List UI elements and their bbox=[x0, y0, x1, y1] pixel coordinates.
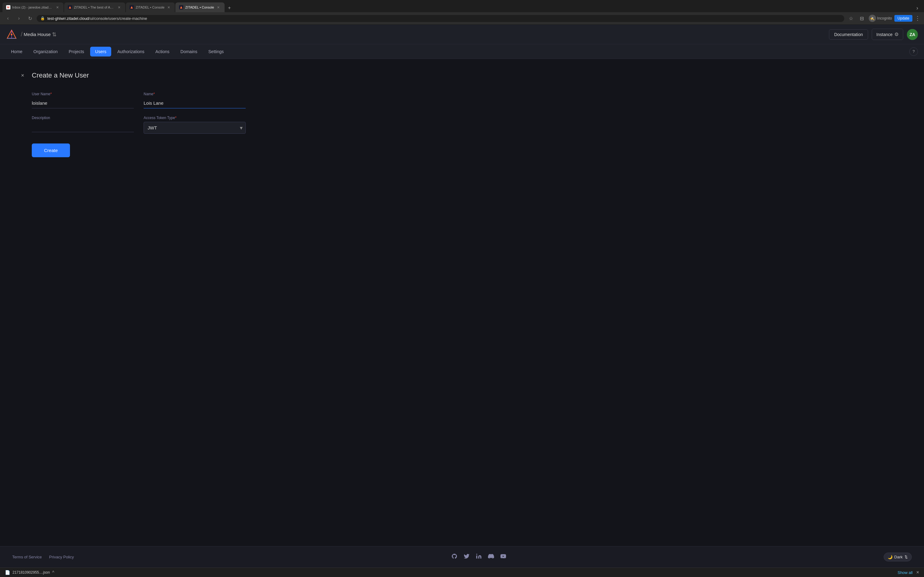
breadcrumb-separator: / bbox=[21, 31, 23, 38]
footer-social bbox=[451, 553, 506, 561]
tab-close-4[interactable]: × bbox=[216, 5, 221, 10]
nav-item-settings[interactable]: Settings bbox=[204, 47, 229, 56]
main-content: × Create a New User User Name* Name* Des… bbox=[0, 59, 924, 546]
tab-close-3[interactable]: × bbox=[166, 5, 171, 10]
new-tab-button[interactable]: + bbox=[225, 4, 234, 12]
linkedin-icon[interactable] bbox=[476, 553, 482, 561]
create-user-form: User Name* Name* Description Access Toke… bbox=[32, 92, 246, 134]
update-button[interactable]: Update bbox=[894, 15, 913, 22]
github-icon[interactable] bbox=[451, 553, 457, 561]
tab-title-3: ZITADEL • Console bbox=[136, 5, 165, 9]
access-token-type-select-wrapper: JWT OPAQUE ▾ bbox=[144, 122, 246, 134]
user-avatar[interactable]: ZA bbox=[907, 29, 918, 40]
org-name: Media House bbox=[24, 32, 51, 37]
nav-item-projects[interactable]: Projects bbox=[64, 47, 89, 56]
tab-title-2: ZITADEL • The best of Auth0 a... bbox=[74, 5, 115, 9]
description-input[interactable] bbox=[32, 122, 134, 132]
footer-links: Terms of Service Privacy Policy bbox=[12, 555, 74, 559]
tab-title-4: ZITADEL • Console bbox=[185, 5, 214, 9]
app-footer: Terms of Service Privacy Policy 🌙 Dark ⇅ bbox=[0, 546, 924, 567]
browser-menu-button[interactable]: ⋮ bbox=[915, 15, 920, 22]
refresh-button[interactable]: ↻ bbox=[26, 14, 34, 23]
tab-close-2[interactable]: × bbox=[117, 5, 122, 10]
file-icon: 📄 bbox=[5, 570, 10, 575]
incognito-icon: 🕵 bbox=[869, 15, 876, 22]
name-input[interactable] bbox=[144, 98, 246, 108]
instance-label: Instance bbox=[876, 32, 893, 37]
tab-close-1[interactable]: × bbox=[55, 5, 60, 10]
help-button[interactable]: ? bbox=[909, 47, 918, 56]
discord-icon[interactable] bbox=[488, 553, 494, 561]
tab-favicon-3 bbox=[129, 5, 134, 10]
app-logo bbox=[6, 29, 17, 40]
tab-favicon-2 bbox=[68, 5, 72, 10]
tab-favicon-4 bbox=[179, 5, 183, 10]
terms-of-service-link[interactable]: Terms of Service bbox=[12, 555, 42, 559]
browser-status-bar: 📄 2171810902955....json ^ Show all × bbox=[0, 567, 924, 577]
lock-icon: 🔒 bbox=[40, 16, 45, 21]
browser-tab-2[interactable]: ZITADEL • The best of Auth0 a... × bbox=[64, 2, 125, 12]
twitter-icon[interactable] bbox=[464, 553, 470, 561]
status-bar-close-button[interactable]: × bbox=[916, 570, 919, 575]
svg-point-6 bbox=[11, 34, 12, 35]
browser-chrome: M Inbox (2) - janedoe.zitadel@g... × ZIT… bbox=[0, 0, 924, 25]
bookmark-button[interactable]: ☆ bbox=[847, 14, 855, 23]
username-group: User Name* bbox=[32, 92, 134, 108]
browser-tab-1[interactable]: M Inbox (2) - janedoe.zitadel@g... × bbox=[2, 2, 63, 12]
show-all-button[interactable]: Show all bbox=[898, 570, 913, 575]
theme-label: Dark bbox=[894, 555, 903, 559]
username-label: User Name* bbox=[32, 92, 134, 96]
browser-tabs: M Inbox (2) - janedoe.zitadel@g... × ZIT… bbox=[0, 0, 924, 12]
nav-item-actions[interactable]: Actions bbox=[151, 47, 174, 56]
privacy-policy-link[interactable]: Privacy Policy bbox=[49, 555, 74, 559]
close-button[interactable]: × bbox=[18, 71, 27, 80]
tab-more-button[interactable]: › bbox=[913, 4, 922, 12]
page-title: Create a New User bbox=[32, 71, 89, 79]
nav-item-organization[interactable]: Organization bbox=[28, 47, 62, 56]
gear-icon: ⚙ bbox=[894, 31, 899, 37]
documentation-button[interactable]: Documentation bbox=[829, 29, 868, 40]
back-button[interactable]: ‹ bbox=[4, 14, 12, 23]
incognito-label: Incognito bbox=[877, 16, 892, 21]
url-display: test-ghlwrr.zitadel.cloud/ui/console/use… bbox=[47, 16, 841, 21]
zitadel-logo-icon bbox=[6, 29, 17, 40]
access-token-type-select[interactable]: JWT OPAQUE bbox=[144, 122, 246, 134]
youtube-icon[interactable] bbox=[500, 553, 506, 561]
svg-marker-2 bbox=[180, 6, 183, 8]
theme-chevron-icon: ⇅ bbox=[905, 555, 908, 559]
nav-item-users[interactable]: Users bbox=[90, 47, 111, 56]
forward-button[interactable]: › bbox=[15, 14, 23, 23]
split-view-button[interactable]: ⊟ bbox=[858, 14, 866, 23]
description-group: Description bbox=[32, 116, 134, 134]
toolbar-right: ☆ ⊟ 🕵 Incognito Update ⋮ bbox=[847, 14, 920, 23]
address-bar[interactable]: 🔒 test-ghlwrr.zitadel.cloud/ui/console/u… bbox=[37, 15, 844, 22]
theme-toggle[interactable]: 🌙 Dark ⇅ bbox=[884, 553, 912, 561]
svg-marker-0 bbox=[69, 6, 71, 8]
name-label: Name* bbox=[144, 92, 246, 96]
page-header: × Create a New User bbox=[18, 71, 906, 80]
header-right: Documentation Instance ⚙ ZA bbox=[829, 29, 918, 40]
download-item: 📄 2171810902955....json ^ bbox=[5, 570, 54, 575]
browser-tab-4[interactable]: ZITADEL • Console × bbox=[175, 2, 224, 12]
browser-tab-3[interactable]: ZITADEL • Console × bbox=[126, 2, 175, 12]
app-header: / Media House ⇅ Documentation Instance ⚙… bbox=[0, 25, 924, 44]
nav-item-authorizations[interactable]: Authorizations bbox=[112, 47, 149, 56]
instance-button[interactable]: Instance ⚙ bbox=[872, 29, 903, 40]
nav-item-home[interactable]: Home bbox=[6, 47, 27, 56]
create-button[interactable]: Create bbox=[32, 143, 70, 157]
name-group: Name* bbox=[144, 92, 246, 108]
svg-point-7 bbox=[476, 554, 477, 555]
org-selector[interactable]: Media House ⇅ bbox=[24, 31, 57, 38]
moon-icon: 🌙 bbox=[888, 555, 893, 559]
username-input[interactable] bbox=[32, 98, 134, 108]
nav-item-domains[interactable]: Domains bbox=[176, 47, 202, 56]
tab-title-1: Inbox (2) - janedoe.zitadel@g... bbox=[12, 5, 53, 9]
download-filename: 2171810902955....json bbox=[13, 570, 50, 575]
incognito-indicator: 🕵 Incognito bbox=[869, 15, 892, 22]
app-nav: Home Organization Projects Users Authori… bbox=[0, 44, 924, 59]
description-label: Description bbox=[32, 116, 134, 120]
tab-favicon-1: M bbox=[6, 5, 10, 10]
browser-toolbar: ‹ › ↻ 🔒 test-ghlwrr.zitadel.cloud/ui/con… bbox=[0, 12, 924, 25]
svg-marker-1 bbox=[131, 6, 133, 8]
download-chevron-icon[interactable]: ^ bbox=[52, 570, 54, 575]
